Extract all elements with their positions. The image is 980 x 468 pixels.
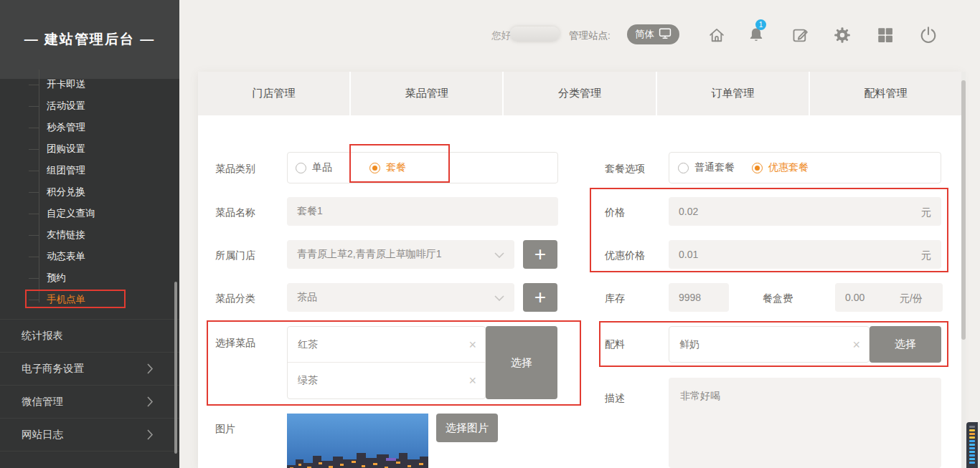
radio-selected-icon[interactable] [369, 163, 380, 173]
sidebar-section-label: 统计报表 [22, 329, 63, 343]
greeting-text: 您好 [491, 29, 511, 42]
dish-classify-select[interactable]: 茶品 [287, 283, 514, 312]
price-input[interactable] [669, 197, 941, 226]
page-scrollbar-thumb[interactable] [961, 80, 966, 340]
screen: — 建站管理后台 — 开卡即送 活动设置 秒杀管理 团购设置 组团管理 积分兑换… [0, 0, 980, 468]
sidebar-section-stats[interactable]: 统计报表 [0, 319, 179, 352]
sidebar-header: — 建站管理后台 — [0, 0, 179, 79]
tab-bar: 门店管理 菜品管理 分类管理 订单管理 配料管理 [198, 72, 961, 115]
stock-input[interactable] [669, 283, 729, 312]
selected-dish-name: 绿茶 [298, 374, 318, 387]
add-store-button[interactable]: + [523, 240, 557, 269]
select-image-button[interactable]: 选择图片 [436, 414, 498, 442]
site-label: 管理站点: [569, 29, 611, 42]
sidebar-sections: 统计报表 电子商务设置 微信管理 网站日志 [0, 319, 179, 452]
radio-combo-dish[interactable]: 套餐 [369, 161, 406, 174]
store-label: 所属门店 [215, 249, 255, 262]
radio-selected-icon[interactable] [752, 163, 763, 173]
box-fee-unit: 元/份 [900, 292, 923, 305]
remove-ingredient-icon[interactable]: × [852, 338, 860, 351]
store-select-value: 青青原上草2,青青原上草咖啡厅1 [297, 248, 441, 261]
sidebar-item-custom-query[interactable]: 自定义查询 [0, 203, 179, 224]
sidebar-item-points[interactable]: 积分兑换 [0, 181, 179, 203]
sidebar-item-group-manage[interactable]: 组团管理 [0, 160, 179, 181]
sidebar-item-dynamic-form[interactable]: 动态表单 [0, 246, 179, 267]
sidebar-item-activity[interactable]: 活动设置 [0, 95, 179, 117]
chevron-right-icon [147, 429, 154, 442]
radio-single-dish[interactable]: 单品 [296, 161, 332, 174]
tab-category-manage[interactable]: 分类管理 [502, 72, 655, 115]
selected-dishes-list: 红茶 × 绿茶 × [287, 326, 486, 399]
tab-ingredient-manage[interactable]: 配料管理 [809, 72, 961, 115]
radio-combo-label: 套餐 [386, 161, 406, 174]
notification-badge: 1 [755, 19, 766, 30]
radio-circle-icon[interactable] [678, 163, 689, 173]
price-unit: 元 [921, 206, 931, 219]
sidebar-section-wechat[interactable]: 微信管理 [0, 385, 179, 418]
ingredient-value: 鲜奶 [679, 338, 699, 351]
dish-name-input[interactable] [287, 197, 558, 226]
select-ingredient-button[interactable]: 选择 [870, 326, 941, 363]
edit-icon[interactable] [791, 26, 810, 44]
radio-circle-icon[interactable] [296, 163, 306, 173]
sidebar-item-seckill[interactable]: 秒杀管理 [0, 117, 179, 138]
language-switch-button[interactable]: 简体 [627, 24, 679, 44]
description-textarea[interactable]: 非常好喝 [669, 378, 941, 468]
monitor-icon [659, 27, 672, 42]
image-label: 图片 [215, 423, 235, 436]
chevron-down-icon [494, 249, 504, 260]
tab-order-manage[interactable]: 订单管理 [656, 72, 809, 115]
sidebar-scrollbar[interactable] [174, 282, 177, 454]
home-icon[interactable] [707, 26, 726, 44]
sidebar-item-mobile-order[interactable]: 手机点单 [0, 289, 179, 310]
price-label: 价格 [605, 206, 625, 219]
radio-normal-combo[interactable]: 普通套餐 [678, 161, 735, 174]
radio-discount-combo-label: 优惠套餐 [768, 161, 809, 174]
radio-discount-combo[interactable]: 优惠套餐 [752, 161, 809, 174]
chevron-right-icon [147, 330, 154, 343]
settings-gear-icon[interactable] [833, 26, 852, 44]
selected-dish-name: 红茶 [298, 338, 318, 351]
discount-price-input[interactable] [669, 240, 941, 269]
tab-dish-manage[interactable]: 菜品管理 [349, 72, 502, 115]
box-fee-input[interactable] [835, 283, 943, 312]
remove-dish-icon[interactable]: × [468, 374, 476, 387]
main-panel: 门店管理 菜品管理 分类管理 订单管理 配料管理 菜品类别 单品 套餐 菜品名称… [198, 72, 961, 468]
discount-price-label: 优惠价格 [605, 249, 645, 262]
add-classify-button[interactable]: + [523, 283, 557, 312]
selected-dish-row: 红茶 × [288, 327, 485, 363]
sidebar-section-label: 微信管理 [22, 395, 63, 409]
sidebar-section-ecommerce[interactable]: 电子商务设置 [0, 352, 179, 385]
box-fee-label: 餐盒费 [763, 292, 793, 305]
username-redacted [510, 27, 560, 42]
select-dishes-button[interactable]: 选择 [486, 326, 557, 399]
page-title: — 建站管理后台 — [24, 30, 156, 49]
sidebar-section-site-log[interactable]: 网站日志 [0, 418, 179, 451]
sidebar-item-groupbuy[interactable]: 团购设置 [0, 138, 179, 160]
apps-grid-icon[interactable] [876, 26, 895, 44]
ingredient-field: 鲜奶 × [669, 326, 870, 363]
sidebar-item-links[interactable]: 友情链接 [0, 224, 179, 246]
chevron-down-icon [494, 292, 504, 303]
remove-dish-icon[interactable]: × [468, 338, 476, 351]
sidebar: — 建站管理后台 — 开卡即送 活动设置 秒杀管理 团购设置 组团管理 积分兑换… [0, 0, 179, 468]
select-dishes-label: 选择菜品 [215, 337, 255, 350]
sidebar-item-card-gift[interactable]: 开卡即送 [0, 74, 179, 95]
ingredient-label: 配料 [605, 338, 625, 351]
description-label: 描述 [605, 392, 625, 405]
tab-store-manage[interactable]: 门店管理 [198, 72, 349, 115]
sidebar-item-reservation[interactable]: 预约 [0, 267, 179, 289]
dish-category-group: 单品 套餐 [287, 152, 558, 183]
sidebar-section-label: 网站日志 [22, 428, 63, 441]
dish-classify-label: 菜品分类 [215, 292, 255, 305]
sidebar-submenu: 开卡即送 活动设置 秒杀管理 团购设置 组团管理 积分兑换 自定义查询 友情链接… [0, 74, 179, 310]
chevron-right-icon [147, 396, 154, 409]
dish-classify-value: 茶品 [297, 291, 317, 304]
sidebar-section-label: 电子商务设置 [22, 362, 84, 376]
logout-power-icon[interactable] [919, 26, 938, 44]
store-select[interactable]: 青青原上草2,青青原上草咖啡厅1 [287, 240, 514, 269]
selected-dish-row: 绿茶 × [288, 363, 485, 398]
corner-widget [966, 422, 978, 468]
combo-option-label: 套餐选项 [605, 163, 645, 176]
combo-option-group: 普通套餐 优惠套餐 [669, 152, 941, 183]
